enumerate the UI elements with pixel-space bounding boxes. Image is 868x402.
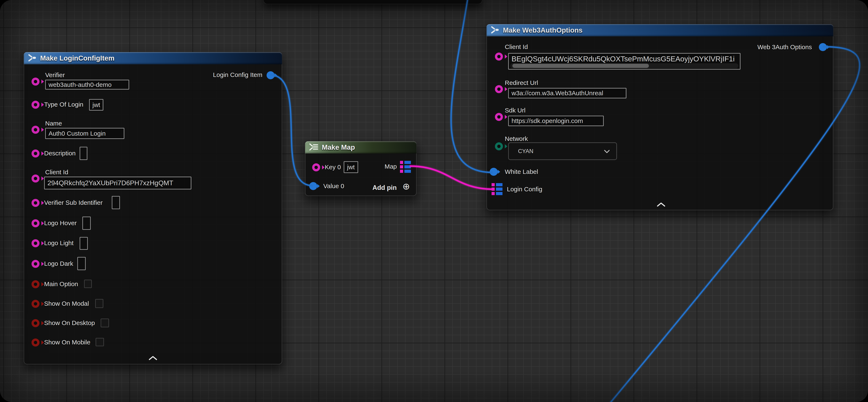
node-make-map[interactable]: Make Map Key 0 jwt Map Value 0 Add pin ⊕ [305,141,416,196]
pin-label-white-label: White Label [505,168,538,176]
key0-input[interactable]: jwt [344,161,358,173]
sdk-url-input[interactable]: https://sdk.openlogin.com [508,116,604,126]
network-dropdown-value: CYAN [509,148,533,154]
client-id-input[interactable]: 294QRkchfq2YaXUbPri7D6PH7xzHgQMT [44,177,191,190]
node-header[interactable]: Make Web3AuthOptions [487,24,833,36]
pin-map-output[interactable] [400,161,411,173]
node-title: Make Web3AuthOptions [503,26,583,34]
collapse-chevron-icon[interactable] [656,202,666,208]
description-input[interactable] [80,147,87,160]
pin-label-login-config: Login Config [507,185,542,193]
make-struct-icon [28,54,37,63]
show-on-mobile-checkbox[interactable] [96,338,104,346]
pin-label-logo-dark: Logo Dark [44,260,73,267]
pin-label-login-config-item: Login Config Item [213,71,262,79]
pin-label-key0: Key 0 [325,163,341,171]
add-pin-button[interactable]: Add pin [372,184,397,192]
show-on-desktop-checkbox[interactable] [101,318,109,327]
network-dropdown[interactable]: CYAN [508,142,617,160]
pin-label-verifier-sub-identifier: Verifier Sub Identifier [44,199,102,206]
pin-description[interactable] [32,149,39,157]
pin-label-name: Name [45,120,62,127]
pin-web3auth-options-output[interactable] [819,43,827,51]
pin-label-redirect-url: Redirect Url [505,79,538,87]
wire-map-to-loginconfig-glow [410,166,494,189]
pin-show-on-desktop[interactable] [32,319,39,327]
logo-light-input[interactable] [80,237,88,250]
pin-label-logo-hover: Logo Hover [44,219,77,227]
pin-logo-hover[interactable] [32,219,39,227]
client-id-scrollbar-handle[interactable] [513,64,649,68]
pin-label-client-id: Client Id [45,168,68,176]
make-struct-icon [490,26,500,35]
pin-key0[interactable] [312,163,320,171]
pin-verifier[interactable] [32,78,39,86]
node-title: Make LoginConfigItem [40,54,115,62]
pin-label-main-option: Main Option [44,280,78,288]
make-map-icon [309,143,318,151]
pin-label-show-on-desktop: Show On Desktop [44,319,95,327]
pin-label-description: Description [44,149,75,157]
pin-label-map: Map [381,163,397,170]
node-header[interactable]: Make LoginConfigItem [24,52,282,64]
pin-label-value0: Value 0 [323,182,344,190]
collapse-chevron-icon[interactable] [148,355,158,362]
pin-label-show-on-modal: Show On Modal [44,300,89,307]
wire-map-to-loginconfig[interactable] [410,166,494,189]
verifier-input[interactable]: web3auth-auth0-demo [45,80,129,90]
pin-logo-light[interactable] [32,239,39,247]
pin-verifier-sub-identifier[interactable] [32,199,39,207]
pin-login-config[interactable] [492,183,502,195]
node-make-web3authoptions[interactable]: Make Web3AuthOptions Client Id BEglQSgt4… [487,24,833,210]
node-header[interactable]: Make Map [305,141,416,153]
name-input[interactable]: Auth0 Custom Login [45,128,124,139]
pin-network[interactable] [495,142,503,150]
offscreen-node-bottom-edge[interactable] [263,0,482,4]
node-title: Make Map [322,143,355,151]
pin-show-on-mobile[interactable] [32,339,39,346]
logo-dark-input[interactable] [77,257,86,270]
pin-client-id[interactable] [495,53,503,61]
type-of-login-input[interactable]: jwt [89,99,103,111]
pin-main-option[interactable] [32,280,39,288]
pin-value0[interactable] [309,182,317,190]
pin-client-id[interactable] [32,174,39,182]
pin-show-on-modal[interactable] [32,300,39,308]
pin-label-show-on-mobile: Show On Mobile [44,339,90,346]
pin-sdk-url[interactable] [495,113,503,121]
pin-login-config-item-output[interactable] [267,71,275,79]
verifier-sub-identifier-input[interactable] [112,196,120,209]
pin-label-web3auth-options-output: Web 3Auth Options [757,43,812,51]
pin-label-logo-light: Logo Light [44,239,73,247]
pin-label-type-of-login: Type Of Login [44,101,84,108]
chevron-down-icon [603,149,611,155]
pin-logo-dark[interactable] [32,260,39,268]
pin-label-verifier: Verifier [45,71,65,79]
redirect-url-input[interactable]: w3a://com.w3a.Web3AuthUnreal [508,88,626,98]
pin-redirect-url[interactable] [495,85,503,93]
show-on-modal-checkbox[interactable] [95,299,103,308]
pin-name[interactable] [32,126,39,134]
blueprint-graph-canvas[interactable]: Make LoginConfigItem Verifier web3auth-a… [0,0,868,402]
add-pin-plus-icon[interactable]: ⊕ [402,182,410,191]
pin-white-label[interactable] [490,168,498,176]
pin-type-of-login[interactable] [32,101,39,109]
pin-label-client-id: Client Id [505,43,528,51]
logo-hover-input[interactable] [82,217,91,230]
pin-label-network: Network [505,135,528,143]
node-make-loginconfigitem[interactable]: Make LoginConfigItem Verifier web3auth-a… [24,52,282,364]
main-option-checkbox[interactable] [84,280,92,288]
pin-label-sdk-url: Sdk Url [505,107,525,114]
